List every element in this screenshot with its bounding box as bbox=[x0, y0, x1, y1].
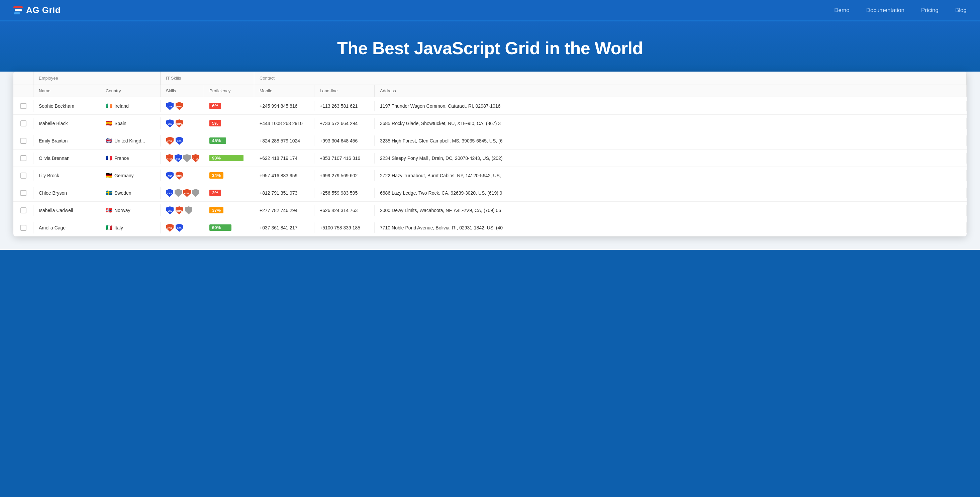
row-landline: +5100 758 339 185 bbox=[314, 222, 375, 233]
group-header-contact: Contact bbox=[254, 72, 967, 84]
table-row: Sophie Beckham 🇮🇪 Ireland CSS HTML 6% +2… bbox=[13, 97, 967, 115]
row-checkbox-cell[interactable] bbox=[13, 118, 33, 129]
row-name: Isabella Cadwell bbox=[33, 205, 100, 216]
row-country: 🇬🇧 United Kingd... bbox=[100, 135, 161, 147]
row-address: 2000 Dewy Limits, Wacahoota, NF, A4L-2V9… bbox=[375, 205, 967, 216]
row-mobile: +037 361 841 217 bbox=[254, 222, 314, 233]
row-skills: HTML CSS HTML bbox=[161, 151, 204, 165]
country-flag: 🇪🇸 bbox=[106, 120, 112, 126]
proficiency-label: 45% bbox=[212, 138, 221, 143]
row-mobile: +957 416 883 959 bbox=[254, 170, 314, 181]
row-skills: HTML CSS bbox=[161, 134, 204, 148]
row-checkbox-cell[interactable] bbox=[13, 135, 33, 147]
svg-text:HTML: HTML bbox=[167, 140, 173, 142]
group-header-checkbox bbox=[13, 72, 33, 84]
table-row: Isabelle Black 🇪🇸 Spain CSS HTML 5% +444… bbox=[13, 115, 967, 132]
svg-text:CSS: CSS bbox=[167, 192, 172, 195]
row-checkbox-cell[interactable] bbox=[13, 205, 33, 216]
country-name: Italy bbox=[115, 225, 123, 231]
col-header-skills[interactable]: Skills bbox=[161, 85, 204, 97]
row-mobile: +824 288 579 1024 bbox=[254, 135, 314, 146]
country-name: Sweden bbox=[115, 190, 132, 196]
row-checkbox[interactable] bbox=[21, 120, 26, 126]
row-checkbox[interactable] bbox=[21, 172, 26, 178]
col-header-country[interactable]: Country bbox=[100, 85, 161, 97]
skill-icon-html: HTML bbox=[183, 189, 191, 198]
col-header-row: Name Country Skills Proficiency Mobile L… bbox=[13, 85, 967, 97]
row-checkbox[interactable] bbox=[21, 207, 26, 213]
svg-text:HTML: HTML bbox=[176, 123, 182, 125]
col-header-landline[interactable]: Land-line bbox=[314, 85, 375, 97]
skill-icon-css: CSS bbox=[175, 223, 183, 232]
hero-title: The Best JavaScript Grid in the World bbox=[7, 38, 973, 58]
row-address: 2234 Sleepy Pony Mall , Drain, DC, 20078… bbox=[375, 153, 967, 164]
svg-text:HTML: HTML bbox=[176, 105, 182, 108]
row-country: 🇩🇪 Germany bbox=[100, 170, 161, 181]
logo-bar-blue bbox=[14, 13, 20, 14]
country-name: Spain bbox=[115, 121, 126, 126]
proficiency-label: 60% bbox=[212, 225, 221, 230]
skill-icon-css: CSS bbox=[166, 102, 174, 110]
country-flag: 🇫🇷 bbox=[106, 155, 112, 161]
svg-text:CSS: CSS bbox=[177, 227, 181, 229]
row-skills: CSS HTML bbox=[161, 203, 204, 217]
row-checkbox[interactable] bbox=[21, 138, 26, 144]
group-header-row: Employee IT Skills Contact bbox=[13, 72, 967, 85]
table-row: Olivia Brennan 🇫🇷 France HTML CSS HTML 9… bbox=[13, 150, 967, 167]
nav-link-demo[interactable]: Demo bbox=[834, 7, 849, 14]
row-mobile: +812 791 351 973 bbox=[254, 188, 314, 198]
skill-icon-html: HTML bbox=[175, 119, 183, 128]
skill-icon-gray bbox=[183, 154, 191, 162]
row-mobile: +622 418 719 174 bbox=[254, 153, 314, 164]
row-skills: CSS HTML bbox=[161, 186, 204, 200]
svg-text:CSS: CSS bbox=[167, 105, 172, 108]
row-skills: CSS HTML bbox=[161, 99, 204, 113]
row-name: Olivia Brennan bbox=[33, 153, 100, 164]
skill-icon-html: HTML bbox=[166, 137, 174, 145]
col-header-address[interactable]: Address bbox=[375, 85, 967, 97]
row-mobile: +245 994 845 816 bbox=[254, 101, 314, 112]
row-checkbox[interactable] bbox=[21, 190, 26, 196]
row-checkbox[interactable] bbox=[21, 225, 26, 231]
row-skills: CSS HTML bbox=[161, 169, 204, 183]
row-proficiency: 5% bbox=[204, 117, 254, 129]
table-row: Amelia Cage 🇮🇹 Italy HTML CSS 60% +037 3… bbox=[13, 219, 967, 236]
col-header-proficiency[interactable]: Proficiency bbox=[204, 85, 254, 97]
country-name: Ireland bbox=[115, 104, 129, 109]
row-skills: HTML CSS bbox=[161, 221, 204, 235]
row-landline: +733 572 664 294 bbox=[314, 118, 375, 129]
nav-link-documentation[interactable]: Documentation bbox=[866, 7, 904, 14]
row-country: 🇮🇪 Ireland bbox=[100, 100, 161, 112]
skill-icon-css: CSS bbox=[166, 189, 173, 198]
row-checkbox[interactable] bbox=[21, 103, 26, 109]
row-checkbox-cell[interactable] bbox=[13, 222, 33, 233]
row-checkbox-cell[interactable] bbox=[13, 170, 33, 181]
table-row: Chloe Bryson 🇸🇪 Sweden CSS HTML 3% +812 … bbox=[13, 184, 967, 202]
row-checkbox[interactable] bbox=[21, 155, 26, 161]
row-landline: +626 424 314 763 bbox=[314, 205, 375, 216]
row-checkbox-cell[interactable] bbox=[13, 100, 33, 112]
svg-text:CSS: CSS bbox=[176, 158, 181, 160]
row-proficiency: 93% bbox=[204, 152, 254, 164]
col-header-name[interactable]: Name bbox=[33, 85, 100, 97]
svg-text:HTML: HTML bbox=[176, 175, 182, 177]
svg-text:CSS: CSS bbox=[167, 123, 172, 125]
row-landline: +993 304 648 456 bbox=[314, 135, 375, 146]
svg-text:CSS: CSS bbox=[177, 140, 181, 142]
country-name: Norway bbox=[115, 208, 130, 213]
row-address: 6686 Lazy Ledge, Two Rock, CA, 92639-302… bbox=[375, 188, 967, 198]
skill-icon-css: CSS bbox=[166, 119, 174, 128]
skill-icon-html: HTML bbox=[175, 171, 183, 180]
row-checkbox-cell[interactable] bbox=[13, 187, 33, 199]
grid-wrapper: Employee IT Skills Contact Name Country … bbox=[0, 72, 980, 250]
proficiency-label: 3% bbox=[212, 190, 218, 195]
nav-link-pricing[interactable]: Pricing bbox=[921, 7, 939, 14]
nav-link-blog[interactable]: Blog bbox=[955, 7, 967, 14]
row-country: 🇸🇪 Sweden bbox=[100, 187, 161, 199]
row-checkbox-cell[interactable] bbox=[13, 153, 33, 164]
table-row: Isabella Cadwell 🇳🇴 Norway CSS HTML 37% … bbox=[13, 202, 967, 219]
col-header-mobile[interactable]: Mobile bbox=[254, 85, 314, 97]
country-flag: 🇳🇴 bbox=[106, 207, 112, 213]
svg-text:HTML: HTML bbox=[167, 227, 173, 229]
group-header-itskills: IT Skills bbox=[161, 72, 254, 84]
